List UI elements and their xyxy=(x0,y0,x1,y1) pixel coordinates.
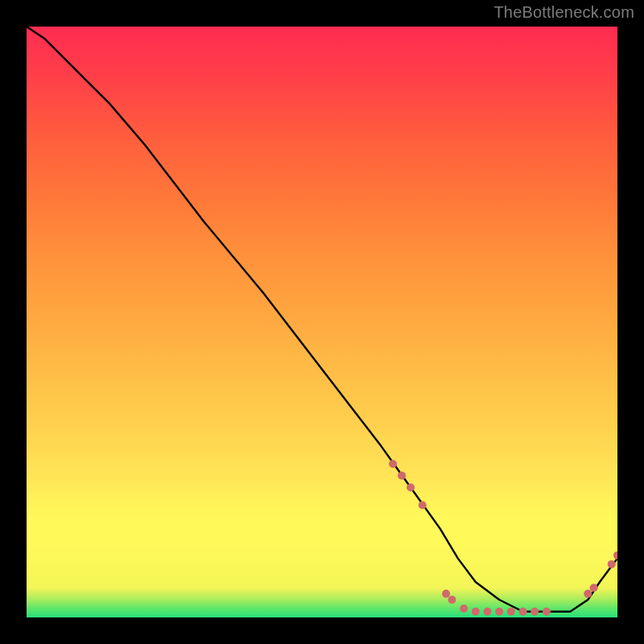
data-marker xyxy=(608,560,616,568)
data-marker xyxy=(472,608,480,616)
data-marker xyxy=(484,608,492,616)
chart-overlay xyxy=(27,27,617,617)
data-marker xyxy=(584,590,592,598)
data-marker xyxy=(519,608,527,616)
data-marker xyxy=(613,551,617,559)
data-marker xyxy=(419,502,427,510)
data-marker xyxy=(530,608,539,616)
data-marker xyxy=(448,596,456,604)
data-marker xyxy=(507,608,515,616)
data-marker xyxy=(590,584,598,592)
markers-group xyxy=(389,460,617,616)
data-marker xyxy=(398,472,406,480)
watermark-text: TheBottleneck.com xyxy=(493,3,634,22)
chart-frame: TheBottleneck.com xyxy=(0,0,644,644)
data-marker xyxy=(442,590,450,598)
data-marker xyxy=(543,608,551,616)
data-marker xyxy=(407,484,415,492)
curve-path xyxy=(27,27,617,612)
data-marker xyxy=(495,608,503,616)
data-marker xyxy=(460,605,468,613)
data-marker xyxy=(389,460,397,468)
